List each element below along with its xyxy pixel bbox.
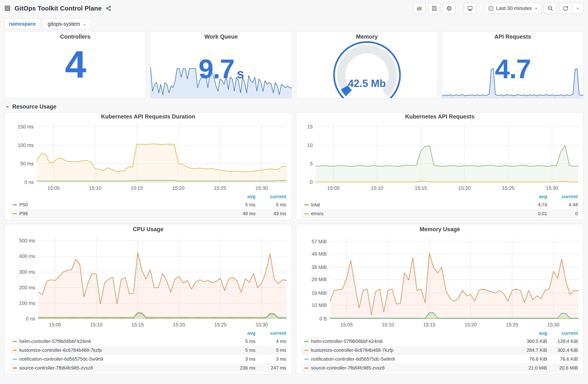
- cycle-view-mode-button[interactable]: [464, 3, 476, 14]
- svg-text:10 MiB: 10 MiB: [312, 302, 327, 308]
- svg-text:15:30: 15:30: [547, 322, 560, 327]
- time-range-label: Last 30 minutes: [496, 5, 532, 11]
- svg-text:15:15: 15:15: [423, 322, 436, 327]
- chevron-down-icon: [534, 6, 538, 11]
- refresh-interval-dropdown[interactable]: [572, 3, 583, 14]
- series-name[interactable]: helm-controller-57f9b56bbf-k24mk: [19, 339, 91, 344]
- series-color-dash: [304, 213, 309, 214]
- panel-memory-usage: Memory Usage 15:0515:1015:1515:2015:2515…: [296, 224, 584, 374]
- series-name[interactable]: notification-controller-6d56575dc-5w9n9: [311, 356, 395, 362]
- section-title: Resource Usage: [12, 104, 56, 110]
- svg-text:15:25: 15:25: [214, 322, 227, 327]
- svg-text:150 ms: 150 ms: [18, 124, 34, 129]
- save-dashboard-button[interactable]: [428, 3, 440, 14]
- legend-row: notification-controller-6d56575dc-5w9n97…: [302, 355, 578, 363]
- row-resource-usage[interactable]: Resource Usage: [0, 101, 588, 112]
- svg-text:15:20: 15:20: [173, 322, 185, 327]
- svg-text:15:10: 15:10: [382, 322, 394, 327]
- namespace-variable-select[interactable]: gitops-system ⌄: [43, 18, 91, 29]
- series-name[interactable]: notification-controller-6d56575dc-5w9n9: [19, 356, 103, 362]
- cpu-usage-plot[interactable]: 15:0515:1015:1515:2015:2515:300 ns100 ms…: [5, 235, 292, 329]
- legend-row: P505 ms5 ms: [10, 200, 286, 209]
- legend-col-current[interactable]: current: [255, 194, 286, 199]
- series-name[interactable]: P99: [19, 211, 28, 216]
- panel-title[interactable]: Kubernetes API Requests Duration: [5, 113, 292, 121]
- panel-k8s-api-requests-duration: Kubernetes API Requests Duration 15:0515…: [4, 112, 292, 220]
- chevron-down-icon: ⌄: [83, 21, 86, 26]
- series-name[interactable]: kustomize-controller-6c6784b468-7kzfp: [311, 347, 394, 353]
- series-current-value: 5 ms: [255, 202, 286, 208]
- svg-text:48 MiB: 48 MiB: [312, 251, 327, 257]
- k8s-api-requests-plot[interactable]: 15:0515:1015:1515:2015:2515:30051015: [296, 121, 583, 192]
- dashboard-title[interactable]: GitOps Toolkit Control Plane: [15, 5, 102, 12]
- work-queue-value: 9.7s: [150, 54, 292, 85]
- memory-usage-plot[interactable]: 15:0515:1015:1515:2015:2515:300 B10 MiB1…: [296, 235, 583, 329]
- legend-col-avg[interactable]: avg: [516, 330, 547, 336]
- series-name[interactable]: kustomize-controller-6c6784b468-7kzfp: [19, 347, 102, 353]
- series-name[interactable]: source-controller-7fb84fc985-zvsz8: [19, 365, 93, 371]
- legend-col-current[interactable]: current: [255, 330, 286, 336]
- panel-title[interactable]: API Requests: [442, 32, 583, 42]
- series-name[interactable]: helm-controller-57f9b56bbf-k24mk: [311, 339, 383, 344]
- apps-grid-icon[interactable]: [4, 5, 11, 11]
- k8s-api-requests-duration-plot[interactable]: 15:0515:1015:1515:2015:2515:300 ns50 ms1…: [5, 121, 292, 192]
- chart-legend: avgcurrentP505 ms5 msP9948 ms43 ms: [10, 193, 286, 218]
- namespace-variable-label: namespace: [4, 18, 41, 29]
- svg-text:38 MiB: 38 MiB: [312, 265, 327, 270]
- legend-header: avgcurrent: [302, 193, 578, 200]
- svg-text:300 ms: 300 ms: [19, 269, 35, 275]
- panel-title[interactable]: Work Queue: [150, 32, 292, 42]
- legend-col-avg[interactable]: avg: [225, 330, 255, 336]
- svg-text:100 ms: 100 ms: [18, 143, 34, 148]
- legend-col-avg[interactable]: avg: [516, 194, 547, 199]
- series-color-dash: [13, 350, 17, 351]
- legend-col-avg[interactable]: avg: [225, 194, 255, 199]
- legend-col-current[interactable]: current: [547, 194, 578, 199]
- series-name[interactable]: source-controller-7fb84fc985-zvsz8: [311, 365, 385, 371]
- series-color-dash: [13, 359, 17, 360]
- series-color-dash: [13, 367, 17, 369]
- chart-legend: avgcurrenthelm-controller-57f9b56bbf-k24…: [302, 329, 578, 372]
- svg-text:15:25: 15:25: [506, 322, 518, 327]
- clock-icon: [488, 5, 494, 11]
- panel-title[interactable]: Memory Usage: [296, 224, 583, 235]
- time-range-picker[interactable]: Last 30 minutes: [485, 3, 542, 14]
- series-color-dash: [304, 359, 309, 360]
- add-panel-button[interactable]: [413, 3, 426, 14]
- series-color-dash: [304, 341, 309, 342]
- svg-text:15:20: 15:20: [459, 186, 471, 191]
- legend-header: avgcurrent: [10, 193, 286, 200]
- legend-row: errors0.010: [302, 209, 578, 218]
- legend-row: notification-controller-6d56575dc-5w9n93…: [10, 355, 286, 363]
- series-current-value: 5 ms: [255, 347, 286, 353]
- panel-title[interactable]: CPU Usage: [5, 224, 292, 235]
- svg-text:200 ms: 200 ms: [19, 285, 35, 290]
- svg-text:15:05: 15:05: [49, 322, 61, 327]
- zoom-out-time-button[interactable]: [544, 3, 557, 14]
- svg-text:15:15: 15:15: [131, 322, 144, 327]
- legend-header: avgcurrent: [302, 329, 578, 337]
- refresh-dashboard-button[interactable]: [559, 3, 572, 14]
- series-color-dash: [13, 213, 17, 214]
- chart-legend: avgcurrenthelm-controller-57f9b56bbf-k24…: [10, 329, 286, 372]
- dashboard-header: GitOps Toolkit Control Plane: [0, 0, 588, 17]
- legend-col-current[interactable]: current: [547, 330, 578, 336]
- series-name[interactable]: P50: [19, 202, 28, 208]
- panel-title[interactable]: Controllers: [5, 32, 146, 42]
- series-name[interactable]: errors: [311, 211, 323, 216]
- series-avg-value: 76.6 KiB: [516, 356, 547, 362]
- share-icon[interactable]: [105, 5, 111, 11]
- svg-text:15: 15: [307, 124, 313, 129]
- series-name[interactable]: total: [311, 202, 320, 208]
- svg-text:15:15: 15:15: [415, 186, 427, 191]
- svg-text:100 ms: 100 ms: [19, 300, 35, 306]
- memory-gauge: [296, 42, 438, 98]
- chevron-down-icon: [5, 104, 10, 109]
- series-avg-value: 360.5 KiB: [516, 339, 547, 344]
- controllers-value: 4: [5, 43, 146, 86]
- panel-title[interactable]: Kubernetes API Requests: [296, 113, 583, 121]
- panel-work-queue: Work Queue 9.7s: [150, 31, 292, 99]
- charts-row-2: CPU Usage 15:0515:1015:1515:2015:2515:30…: [0, 224, 588, 374]
- dashboard-settings-button[interactable]: [443, 3, 455, 14]
- series-current-value: 43 ms: [255, 211, 286, 216]
